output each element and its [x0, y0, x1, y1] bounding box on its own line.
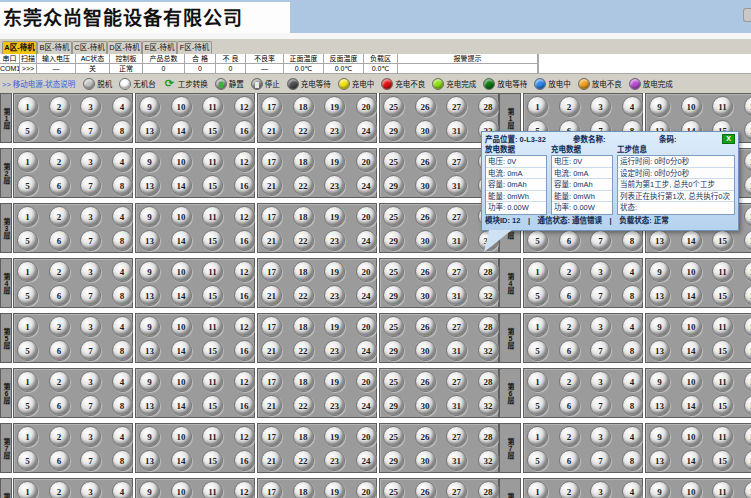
cell-R-r4-6[interactable]: 6 — [559, 285, 580, 306]
cell-L-r6-7[interactable]: 7 — [80, 395, 101, 416]
cell-L-r6-2[interactable]: 2 — [49, 371, 70, 392]
cell-L-r8-19[interactable]: 19 — [324, 481, 345, 498]
cell-R-r2-12[interactable]: 12 — [744, 151, 751, 172]
cell-R-r3-6[interactable]: 6 — [559, 230, 580, 251]
cell-L-r1-18[interactable]: 18 — [293, 96, 314, 117]
cell-R-r6-7[interactable]: 7 — [590, 395, 611, 416]
cell-L-r7-29[interactable]: 29 — [383, 450, 404, 471]
cell-L-r4-19[interactable]: 19 — [324, 261, 345, 282]
cell-L-r2-16[interactable]: 16 — [234, 175, 255, 196]
cell-L-r4-21[interactable]: 21 — [261, 285, 282, 306]
cell-L-r3-14[interactable]: 14 — [171, 230, 192, 251]
cell-R-r4-10[interactable]: 10 — [681, 261, 702, 282]
cell-L-r3-5[interactable]: 5 — [17, 230, 38, 251]
cell-L-r2-29[interactable]: 29 — [383, 175, 404, 196]
cell-R-r8-12[interactable]: 12 — [744, 481, 751, 498]
cell-L-r7-7[interactable]: 7 — [80, 450, 101, 471]
cell-L-r7-22[interactable]: 22 — [293, 450, 314, 471]
cell-L-r7-15[interactable]: 15 — [202, 450, 223, 471]
cell-L-r5-32[interactable]: 32 — [478, 340, 499, 361]
cell-L-r3-20[interactable]: 20 — [356, 206, 377, 227]
cell-L-r7-12[interactable]: 12 — [234, 426, 255, 447]
cell-L-r4-17[interactable]: 17 — [261, 261, 282, 282]
cell-R-r4-11[interactable]: 11 — [712, 261, 733, 282]
cell-L-r2-4[interactable]: 4 — [112, 151, 133, 172]
cell-R-r5-11[interactable]: 11 — [712, 316, 733, 337]
cell-R-r4-16[interactable]: 16 — [744, 285, 751, 306]
cell-L-r4-9[interactable]: 9 — [139, 261, 160, 282]
cell-L-r7-23[interactable]: 23 — [324, 450, 345, 471]
cell-L-r5-20[interactable]: 20 — [356, 316, 377, 337]
cell-R-r1-16[interactable]: 16 — [744, 120, 751, 141]
cell-L-r5-4[interactable]: 4 — [112, 316, 133, 337]
cell-L-r1-21[interactable]: 21 — [261, 120, 282, 141]
cell-R-r5-5[interactable]: 5 — [527, 340, 548, 361]
cell-R-r5-15[interactable]: 15 — [712, 340, 733, 361]
cell-R-r4-4[interactable]: 4 — [622, 261, 643, 282]
cell-R-r2-16[interactable]: 16 — [744, 175, 751, 196]
cell-L-r6-26[interactable]: 26 — [415, 371, 436, 392]
cell-L-r7-24[interactable]: 24 — [356, 450, 377, 471]
cell-L-r2-22[interactable]: 22 — [293, 175, 314, 196]
cell-L-r5-3[interactable]: 3 — [80, 316, 101, 337]
cell-R-r6-3[interactable]: 3 — [590, 371, 611, 392]
cell-L-r4-27[interactable]: 27 — [446, 261, 467, 282]
cell-L-r2-3[interactable]: 3 — [80, 151, 101, 172]
cell-L-r2-5[interactable]: 5 — [17, 175, 38, 196]
cell-L-r1-3[interactable]: 3 — [80, 96, 101, 117]
cell-R-r1-9[interactable]: 9 — [649, 96, 670, 117]
cell-L-r7-5[interactable]: 5 — [17, 450, 38, 471]
cell-L-r3-18[interactable]: 18 — [293, 206, 314, 227]
cell-L-r6-31[interactable]: 31 — [446, 395, 467, 416]
cell-R-r5-10[interactable]: 10 — [681, 316, 702, 337]
cell-L-r5-17[interactable]: 17 — [261, 316, 282, 337]
cell-L-r5-22[interactable]: 22 — [293, 340, 314, 361]
cell-L-r4-10[interactable]: 10 — [171, 261, 192, 282]
cell-L-r3-7[interactable]: 7 — [80, 230, 101, 251]
cell-R-r7-3[interactable]: 3 — [590, 426, 611, 447]
cell-L-r7-10[interactable]: 10 — [171, 426, 192, 447]
cell-R-r7-5[interactable]: 5 — [527, 450, 548, 471]
cell-L-r7-31[interactable]: 31 — [446, 450, 467, 471]
cell-L-r8-4[interactable]: 4 — [112, 481, 133, 498]
cell-L-r1-7[interactable]: 7 — [80, 120, 101, 141]
cell-R-r6-8[interactable]: 8 — [622, 395, 643, 416]
cell-R-r5-14[interactable]: 14 — [681, 340, 702, 361]
cell-L-r2-31[interactable]: 31 — [446, 175, 467, 196]
cell-L-r7-3[interactable]: 3 — [80, 426, 101, 447]
cell-L-r5-6[interactable]: 6 — [49, 340, 70, 361]
cell-L-r7-1[interactable]: 1 — [17, 426, 38, 447]
cell-L-r4-29[interactable]: 29 — [383, 285, 404, 306]
cell-L-r1-17[interactable]: 17 — [261, 96, 282, 117]
cell-L-r8-1[interactable]: 1 — [17, 481, 38, 498]
cell-L-r6-16[interactable]: 16 — [234, 395, 255, 416]
tab-zone-C[interactable]: C区-待机 — [72, 41, 107, 54]
cell-R-r4-9[interactable]: 9 — [649, 261, 670, 282]
cell-R-r6-4[interactable]: 4 — [622, 371, 643, 392]
cell-R-r6-13[interactable]: 13 — [649, 395, 670, 416]
cell-L-r5-19[interactable]: 19 — [324, 316, 345, 337]
cell-L-r7-26[interactable]: 26 — [415, 426, 436, 447]
cell-L-r1-19[interactable]: 19 — [324, 96, 345, 117]
cell-R-r3-5[interactable]: 5 — [527, 230, 548, 251]
cell-R-r5-4[interactable]: 4 — [622, 316, 643, 337]
cell-R-r5-7[interactable]: 7 — [590, 340, 611, 361]
cell-R-r7-12[interactable]: 12 — [744, 426, 751, 447]
cell-R-r7-8[interactable]: 8 — [622, 450, 643, 471]
cell-L-r2-15[interactable]: 15 — [202, 175, 223, 196]
cell-R-r7-14[interactable]: 14 — [681, 450, 702, 471]
cell-L-r1-25[interactable]: 25 — [383, 96, 404, 117]
cell-L-r1-4[interactable]: 4 — [112, 96, 133, 117]
cell-R-r6-12[interactable]: 12 — [744, 371, 751, 392]
cell-R-r6-16[interactable]: 16 — [744, 395, 751, 416]
cell-L-r7-14[interactable]: 14 — [171, 450, 192, 471]
cell-R-r4-3[interactable]: 3 — [590, 261, 611, 282]
cell-L-r6-28[interactable]: 28 — [478, 371, 499, 392]
cell-L-r8-12[interactable]: 12 — [234, 481, 255, 498]
cell-L-r2-14[interactable]: 14 — [171, 175, 192, 196]
cell-L-r7-11[interactable]: 11 — [202, 426, 223, 447]
cell-L-r7-18[interactable]: 18 — [293, 426, 314, 447]
cell-L-r6-9[interactable]: 9 — [139, 371, 160, 392]
cell-L-r8-25[interactable]: 25 — [383, 481, 404, 498]
cell-R-r6-5[interactable]: 5 — [527, 395, 548, 416]
